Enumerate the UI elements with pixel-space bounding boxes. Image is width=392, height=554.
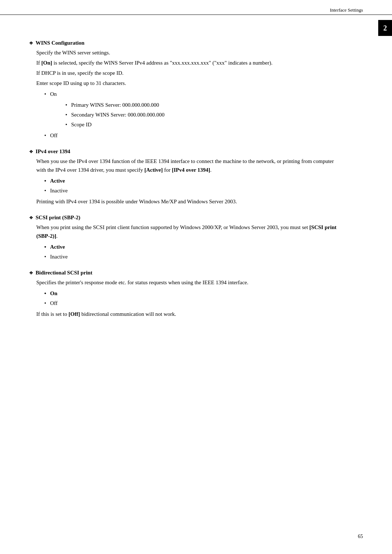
section-title-bidirectional: Bidirectional SCSI print [29, 270, 345, 276]
section-body-scsi: When you print using the SCSI print clie… [36, 223, 345, 261]
page-number: 65 [358, 534, 363, 539]
section-title-ipv4: IPv4 over 1394 [29, 148, 345, 155]
wins-sub-secondary: Secondary WINS Server: 000.000.000.000 [65, 110, 345, 119]
ipv4-bullet-active: Active [44, 176, 345, 185]
scsi-bullet-inactive: Inactive [44, 252, 345, 261]
wins-sub-bullet-list: Primary WINS Server: 000.000.000.000 Sec… [65, 101, 345, 129]
top-border [0, 15, 392, 15]
section-body-wins: Specify the WINS server settings. If [On… [36, 48, 345, 140]
scsi-para-1: When you print using the SCSI print clie… [36, 223, 345, 240]
section-ipv4-over-1394: IPv4 over 1394 When you use the IPv4 ove… [29, 148, 345, 206]
wins-sub-scope: Scope ID [65, 120, 345, 129]
ipv4-bullet-inactive: Inactive [44, 186, 345, 195]
header-title: Interface Settings [330, 7, 363, 13]
section-wins-configuration: WINS Configuration Specify the WINS serv… [29, 40, 345, 140]
wins-para-1: Specify the WINS server settings. [36, 48, 345, 57]
main-content: WINS Configuration Specify the WINS serv… [29, 40, 345, 318]
scsi-bullet-active: Active [44, 243, 345, 251]
page-container: Interface Settings 2 WINS Configuration … [0, 0, 392, 554]
bidirectional-bullet-on: On [44, 289, 345, 298]
section-scsi-print: SCSI print (SBP-2) When you print using … [29, 215, 345, 261]
wins-para-3: If DHCP is in use, specify the scope ID. [36, 69, 345, 77]
wins-bullet-list: On Primary WINS Server: 000.000.000.000 … [44, 90, 345, 140]
section-body-bidirectional: Specifies the printer's response mode et… [36, 278, 345, 318]
chapter-tab: 2 [378, 20, 392, 36]
bidirectional-footer: If this is set to [Off] bidirectional co… [36, 310, 345, 318]
wins-bullet-off: Off [44, 131, 345, 140]
wins-para-4: Enter scope ID using up to 31 characters… [36, 79, 345, 87]
bidirectional-bullet-list: On Off [44, 289, 345, 307]
wins-para-2: If [On] is selected, specify the WINS Se… [36, 58, 345, 67]
ipv4-para-1: When you use the IPv4 over 1394 function… [36, 157, 345, 174]
wins-sub-primary: Primary WINS Server: 000.000.000.000 [65, 101, 345, 109]
scsi-bullet-list: Active Inactive [44, 243, 345, 261]
bidirectional-bullet-off: Off [44, 299, 345, 307]
section-bidirectional-scsi: Bidirectional SCSI print Specifies the p… [29, 270, 345, 318]
ipv4-footer: Printing with IPv4 over 1394 is possible… [36, 197, 345, 206]
wins-bullet-on: On Primary WINS Server: 000.000.000.000 … [44, 90, 345, 129]
section-title-wins: WINS Configuration [29, 40, 345, 46]
ipv4-bullet-list: Active Inactive [44, 176, 345, 195]
section-title-scsi: SCSI print (SBP-2) [29, 215, 345, 221]
section-body-ipv4: When you use the IPv4 over 1394 function… [36, 157, 345, 206]
bidirectional-para-1: Specifies the printer's response mode et… [36, 278, 345, 287]
